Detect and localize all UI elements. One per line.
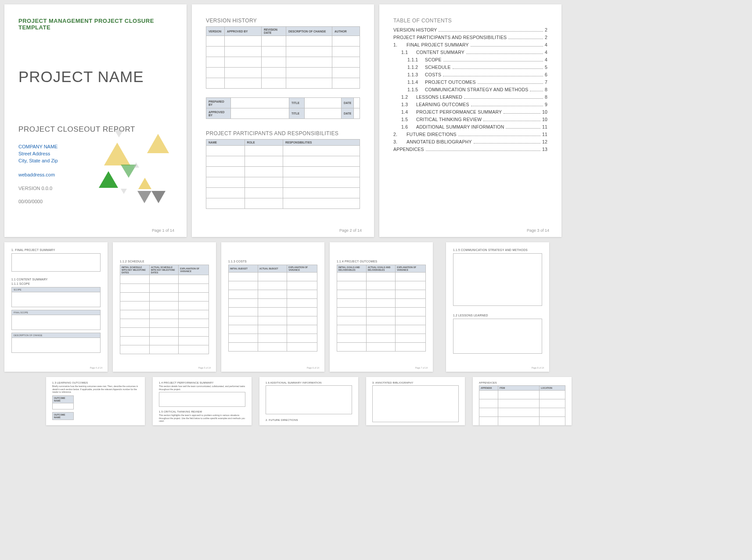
page-3-toc: TABLE OF CONTENTS VERSION HISTORY2PROJEC… — [379, 4, 561, 237]
version-history-table: VERSION APPROVED BY REVISION DATE DESCRI… — [206, 26, 360, 89]
col-initial-goals: INITIAL GOALS AND DELIVERABLES — [337, 265, 367, 273]
prepared-by-label: PREPARED BY — [206, 98, 231, 108]
toc-dots — [471, 46, 543, 47]
section-text: This section details how well the team c… — [159, 385, 245, 391]
col-outcome-name: OUTCOME NAME — [53, 412, 74, 420]
triangle-icon — [104, 143, 130, 165]
additional-box — [266, 385, 352, 414]
toc-label: ADDITIONAL SUMMARY INFORMATION — [416, 124, 504, 129]
toc-page: 2 — [545, 27, 547, 32]
triangle-icon — [133, 162, 139, 168]
toc-dots — [464, 98, 543, 99]
final-scope-header: FINAL SCOPE — [11, 310, 101, 315]
biblio-box — [372, 385, 459, 422]
toc-item: 1.2LESSONS LEARNED8 — [393, 94, 547, 100]
toc-item: 1.1.4PROJECT OUTCOMES7 — [393, 79, 547, 85]
toc-label: SCHEDULE — [425, 65, 451, 70]
section-heading: PROJECT PARTICIPANTS AND RESPONSIBILITIE… — [206, 130, 360, 136]
toc-page: 11 — [542, 124, 547, 129]
page-13: APPENDICES APPENDIX ITEM LOCATION — [473, 377, 572, 425]
date-label: DATE — [342, 108, 354, 119]
toc-dots — [439, 31, 543, 32]
toc-label: SCOPE — [425, 57, 442, 62]
section-heading: 1.1.2 SCHEDULE — [120, 260, 209, 263]
page-number: Page 6 of 14 — [307, 366, 319, 369]
toc-dots — [530, 91, 543, 91]
col-name: NAME — [206, 140, 245, 146]
toc-page: 8 — [545, 87, 547, 92]
page-number: Page 1 of 14 — [152, 228, 174, 233]
section-heading: 1.1.1 SCOPE — [11, 282, 101, 285]
col-variance: EXPLANATION OF VARIANCE — [396, 265, 426, 273]
page-8: 1.1.5 COMMUNICATION STRATEGY AND METHODS… — [446, 242, 549, 372]
col-initial-budget: INITIAL BUDGET — [229, 265, 258, 273]
toc-item: PROJECT PARTICIPANTS AND RESPONSIBILITIE… — [393, 35, 547, 40]
scope-box — [11, 292, 101, 307]
toc-dots — [453, 68, 543, 69]
toc-label: FUTURE DIRECTIONS — [407, 132, 457, 137]
participants-table: NAME ROLE RESPONSIBILITIES — [206, 139, 360, 209]
toc-dots — [471, 106, 543, 106]
toc-number: 1.2 — [401, 94, 412, 100]
toc-dots — [443, 76, 543, 76]
page-number: Page 8 of 14 — [532, 366, 544, 369]
toc-label: VERSION HISTORY — [393, 27, 437, 32]
section-text: Briefly summarize how the learning outco… — [52, 385, 139, 394]
page-12: 3. ANNOTATED BIBLIOGRAPHY — [366, 377, 465, 425]
toc-dots — [458, 136, 540, 136]
toc-label: LESSONS LEARNED — [416, 94, 462, 100]
approved-by-label: APPROVED BY — [206, 108, 231, 119]
triangle-icon — [114, 129, 124, 137]
toc-item: 1.4PROJECT PERFORMANCE SUMMARY10 — [393, 109, 547, 115]
col-desc-change: DESCRIPTION OF CHANGE — [286, 27, 332, 36]
toc-item: 1.1.3COSTS6 — [393, 72, 547, 77]
triangle-graphic — [94, 129, 173, 213]
page-11: 1.6 ADDITIONAL SUMMARY INFORMATION 2. FU… — [259, 377, 358, 425]
toc-item: 1.1.2SCHEDULE5 — [393, 65, 547, 70]
section-heading: 1.1.5 COMMUNICATION STRATEGY AND METHODS — [453, 248, 542, 251]
final-scope-box — [11, 315, 101, 330]
page-number: Page 3 of 14 — [527, 228, 549, 233]
toc-page: 10 — [542, 109, 547, 115]
triangle-icon — [151, 191, 166, 203]
section-heading: 1.1.3 COSTS — [228, 260, 317, 263]
title-label: TITLE — [289, 98, 305, 108]
page-number: Page 2 of 14 — [339, 228, 362, 233]
toc-dots — [466, 54, 543, 54]
toc-dots — [504, 113, 540, 114]
toc-number: 1.1.4 — [407, 79, 421, 85]
section-heading: 1.2 LESSONS LEARNED — [453, 314, 542, 317]
project-title: PROJECT NAME — [18, 68, 173, 86]
section-heading: VERSION HISTORY — [206, 18, 360, 24]
toc-page: 13 — [542, 147, 547, 152]
col-role: ROLE — [245, 140, 283, 146]
page-number: Page 7 of 14 — [415, 366, 428, 369]
triangle-icon — [147, 134, 169, 153]
toc-page: 8 — [545, 94, 547, 100]
desc-change-header: DESCRIPTION OF CHANGE — [11, 333, 101, 338]
section-heading: 1.1 CONTENT SUMMARY — [11, 278, 101, 281]
col-actual-budget: ACTUAL BUDGET — [258, 265, 287, 273]
toc-heading: TABLE OF CONTENTS — [393, 18, 547, 24]
lessons-box — [453, 319, 542, 354]
toc-dots — [508, 39, 543, 39]
toc-page: 6 — [545, 72, 547, 77]
triangle-icon — [121, 189, 127, 194]
toc-label: PROJECT PERFORMANCE SUMMARY — [416, 109, 502, 115]
toc-page: 5 — [545, 65, 547, 70]
section-heading: 1. FINAL PROJECT SUMMARY — [11, 248, 101, 251]
page-4: 1. FINAL PROJECT SUMMARY 1.1 CONTENT SUM… — [4, 242, 108, 372]
toc-dots — [443, 61, 543, 61]
outcome-name-table: OUTCOME NAME — [52, 395, 74, 409]
col-responsibilities: RESPONSIBILITIES — [283, 140, 360, 146]
page-row-3: 1.3 LEARNING OUTCOMES Briefly summarize … — [4, 377, 748, 425]
toc-page: 4 — [545, 57, 547, 62]
toc-dots — [506, 128, 540, 129]
toc-item: 1.FINAL PROJECT SUMMARY4 — [393, 42, 547, 47]
toc-label: PROJECT PARTICIPANTS AND RESPONSIBILITIE… — [393, 35, 507, 40]
toc-number: 1.1.3 — [407, 72, 421, 77]
toc-label: CRITICAL THINKING REVIEW — [416, 117, 482, 122]
summary-box — [11, 253, 101, 272]
col-revision-date: REVISION DATE — [262, 27, 286, 36]
section-heading: 1.5 CRITICAL THINKING REVIEW — [159, 410, 245, 413]
